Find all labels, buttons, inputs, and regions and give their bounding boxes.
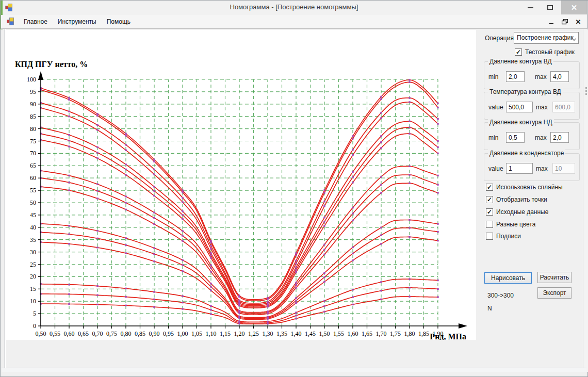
svg-text:10: 10	[30, 298, 36, 305]
condenser-value-input[interactable]	[506, 163, 533, 174]
show-points-checkbox[interactable]: ✓ Отобразить точки	[486, 196, 547, 203]
condenser-max-input	[552, 163, 575, 174]
svg-text:0,50: 0,50	[36, 330, 46, 337]
svg-text:1,00: 1,00	[177, 330, 188, 337]
svg-text:1,15: 1,15	[220, 330, 231, 337]
svg-text:60: 60	[30, 174, 36, 182]
svg-text:85: 85	[30, 113, 36, 120]
svg-text:0,70: 0,70	[92, 330, 103, 337]
svg-text:80: 80	[30, 125, 36, 133]
status-n: N	[487, 305, 492, 312]
svg-text:90: 90	[30, 101, 36, 108]
mdi-minimize-button[interactable]	[546, 17, 557, 27]
group-title: Температура контура ВД	[488, 88, 563, 95]
close-button[interactable]: ✕	[561, 1, 587, 14]
field-label: min	[488, 73, 498, 80]
svg-text:1,30: 1,30	[263, 330, 273, 337]
checkbox-label: Разные цвета	[496, 221, 535, 228]
group-temperature-vd: Температура контура ВД value max	[484, 92, 580, 120]
checkbox-label: Отобразить точки	[496, 196, 547, 203]
title-bar: Номограмма - [Построение номограммы] ✕	[1, 1, 587, 15]
svg-text:25: 25	[30, 261, 36, 268]
svg-text:1,10: 1,10	[206, 330, 217, 337]
checkbox-icon: ✓	[515, 48, 522, 56]
checkbox-icon: ✓	[486, 233, 493, 240]
app-window: Номограмма - [Построение номограммы] ✕ Г…	[0, 0, 588, 377]
use-splines-checkbox[interactable]: ✓ Использовать сплайны	[486, 184, 563, 191]
nomogram-chart: 0,500,550,600,650,700,750,800,850,900,95…	[6, 30, 476, 340]
source-data-checkbox[interactable]: ✓ Исходные данные	[486, 208, 548, 216]
svg-text:0,55: 0,55	[50, 330, 60, 337]
svg-text:0,90: 0,90	[149, 330, 160, 337]
svg-text:30: 30	[30, 249, 36, 256]
svg-text:0,75: 0,75	[106, 330, 117, 337]
maximize-button[interactable]	[541, 1, 559, 14]
menu-item-tools[interactable]: Инструменты	[53, 16, 102, 27]
svg-text:55: 55	[30, 187, 36, 194]
svg-text:0,95: 0,95	[163, 330, 174, 337]
maximize-icon	[547, 5, 553, 10]
svg-text:0,85: 0,85	[135, 330, 145, 337]
checkbox-icon: ✓	[486, 196, 493, 203]
menu-item-help[interactable]: Помощь	[102, 16, 136, 27]
mdi-minimize-icon	[549, 23, 553, 24]
checkbox-label: Использовать сплайны	[496, 184, 563, 191]
grip-icon	[585, 90, 587, 92]
field-label: max	[536, 104, 548, 111]
field-label: max	[535, 73, 547, 80]
temperature-vd-value-input[interactable]	[506, 102, 533, 112]
mdi-close-button[interactable]: ✕	[573, 17, 584, 27]
svg-text:1,25: 1,25	[248, 330, 259, 337]
svg-text:1,55: 1,55	[333, 330, 344, 337]
operation-combobox-value: Построение график	[517, 34, 574, 41]
export-button[interactable]: Экспорт	[537, 287, 571, 299]
operation-label: Операция	[485, 35, 514, 42]
mdi-close-icon: ✕	[576, 18, 581, 26]
group-title: Давление в конденсаторе	[488, 150, 565, 157]
field-label: min	[488, 134, 498, 141]
group-pressure-condenser: Давление в конденсаторе value max	[484, 153, 580, 181]
pressure-vd-max-input[interactable]	[550, 71, 569, 82]
nomogram-chart-panel: 0,500,550,600,650,700,750,800,850,900,95…	[6, 30, 476, 340]
temperature-vd-max-input	[552, 102, 575, 112]
svg-text:1,65: 1,65	[362, 330, 372, 337]
grip-icon	[585, 87, 587, 89]
group-pressure-nd: Давление контура НД min max	[484, 122, 580, 150]
test-graph-checkbox-label: Тестовый график	[525, 48, 575, 56]
test-graph-checkbox[interactable]: ✓ Тестовый график	[515, 48, 575, 56]
svg-text:1,40: 1,40	[291, 330, 302, 337]
group-pressure-vd: Давление контура ВД min max	[484, 61, 580, 89]
labels-checkbox[interactable]: ✓ Подписи	[486, 233, 521, 240]
svg-text:0,80: 0,80	[121, 330, 132, 337]
svg-text:50: 50	[30, 199, 36, 206]
different-colors-checkbox[interactable]: ✓ Разные цвета	[486, 221, 535, 228]
mdi-restore-button[interactable]	[559, 17, 570, 27]
calculate-button[interactable]: Расчитать	[537, 272, 571, 283]
svg-text:35: 35	[30, 236, 36, 243]
pressure-vd-min-input[interactable]	[506, 71, 525, 82]
svg-text:65: 65	[30, 162, 36, 169]
svg-text:15: 15	[30, 285, 36, 292]
svg-text:20: 20	[30, 273, 36, 280]
grip-icon	[585, 93, 587, 95]
menu-item-main[interactable]: Главное	[19, 16, 53, 27]
mdi-client-area: 0,500,550,600,650,700,750,800,850,900,95…	[1, 29, 587, 372]
right-splitter[interactable]	[583, 29, 588, 372]
svg-text:1,85: 1,85	[418, 330, 429, 337]
group-title: Давление контура ВД	[488, 58, 553, 65]
svg-text:0: 0	[33, 322, 36, 330]
menu-bar: Главное Инструменты Помощь ✕	[1, 15, 587, 29]
checkbox-label: Исходные данные	[496, 208, 548, 216]
field-label: value	[488, 165, 503, 172]
minimize-icon	[528, 7, 533, 8]
minimize-button[interactable]	[521, 1, 539, 14]
svg-text:КПД ПГУ нетто, %: КПД ПГУ нетто, %	[15, 60, 88, 69]
operation-combobox[interactable]: Построение график	[514, 32, 579, 44]
pressure-nd-min-input[interactable]	[506, 132, 525, 143]
pressure-nd-max-input[interactable]	[550, 132, 569, 143]
svg-text:1,75: 1,75	[390, 330, 401, 337]
window-resize-border	[2, 368, 586, 372]
svg-text:75: 75	[30, 138, 36, 145]
svg-text:95: 95	[30, 88, 36, 95]
draw-button[interactable]: Нарисовать	[484, 272, 532, 284]
